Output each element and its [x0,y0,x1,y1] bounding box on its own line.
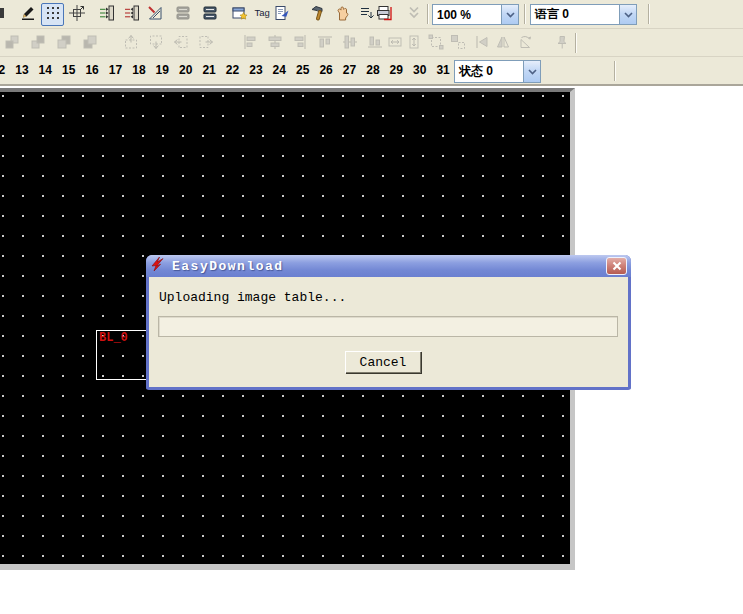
export-library-button[interactable] [120,3,143,26]
zoom-value: 100 % [433,8,501,22]
simulate-button[interactable] [331,3,354,26]
nudge-right-button [194,32,217,55]
window-new-icon [232,5,248,25]
toolbar-separator [427,4,429,24]
layer-up-button [52,32,75,55]
state-number-13[interactable]: 13 [10,63,33,77]
state-number-29[interactable]: 29 [385,63,408,77]
state-value: 状态 0 [455,63,523,80]
hammer-icon [310,5,326,25]
state-number-20[interactable]: 20 [174,63,197,77]
dialog-body: Uploading image table... Cancel [149,277,628,387]
layer-up-icon [56,34,72,54]
state-number-23[interactable]: 23 [244,63,267,77]
compile-button[interactable] [306,3,329,26]
flip-horizontal-button [491,32,514,55]
nudge-right-icon [198,34,214,54]
toolbar-separator [575,33,577,53]
progress-bar [158,316,618,337]
align-right-icon [292,34,308,54]
state-number-21[interactable]: 21 [198,63,221,77]
binoculars-icon [0,5,6,25]
layer-down-icon [82,34,98,54]
toolbar-separator [524,4,526,24]
panel-import-icon [99,5,115,25]
chevron-down-icon[interactable] [619,5,636,24]
canvas-object-bl0[interactable]: BL_0 [96,330,153,380]
nudge-left-icon [173,34,189,54]
tag-icon: Tag [254,5,270,25]
layer-bottommost-icon [30,34,46,54]
align-vcenter-icon [267,34,283,54]
nudge-left-button [169,32,192,55]
hand-icon [335,5,351,25]
same-height-button [402,32,425,55]
dialog-titlebar[interactable]: EasyDownload [146,255,631,277]
double-down-icon [406,5,422,25]
state-number-25[interactable]: 25 [291,63,314,77]
new-window-button[interactable] [228,3,251,26]
align-vcenter-button [263,32,286,55]
align-top-icon [317,34,333,54]
state-number-15[interactable]: 15 [57,63,80,77]
layer-topmost-icon [4,34,20,54]
expand-toolbar-button [402,3,425,26]
language-value: 语言 0 [531,6,619,23]
chevron-down-icon[interactable] [501,5,518,24]
align-right-button [288,32,311,55]
state-number-26[interactable]: 26 [315,63,338,77]
edit-properties-button[interactable] [270,3,293,26]
state-number-14[interactable]: 14 [34,63,57,77]
state-number-18[interactable]: 18 [127,63,150,77]
toolbar-separator [614,61,616,81]
fix-position-icon [554,34,570,54]
printer-download-icon [376,5,392,25]
same-width-icon [387,34,403,54]
nudge-up-icon [123,34,139,54]
design-aid-button[interactable] [143,3,166,26]
object-list-alt-button [171,3,194,26]
state-number-19[interactable]: 19 [151,63,174,77]
state-number-16[interactable]: 16 [81,63,104,77]
close-icon[interactable] [606,257,627,275]
state-select[interactable]: 状态 0 [454,60,541,83]
group-button [424,32,447,55]
layer-down-button [78,32,101,55]
download-button[interactable] [372,3,395,26]
align-hcenter-button [338,32,361,55]
chevron-down-icon[interactable] [523,61,540,82]
object-list-button[interactable] [198,3,221,26]
state-number-24[interactable]: 24 [268,63,291,77]
snap-icon [69,5,85,25]
snap-toggle-button[interactable] [65,3,88,26]
dialog-title: EasyDownload [172,259,284,274]
ungroup-icon [450,34,466,54]
state-number-27[interactable]: 27 [338,63,361,77]
toolbar-separator [648,4,650,24]
state-number-22[interactable]: 22 [221,63,244,77]
zoom-select[interactable]: 100 % [432,4,519,25]
stack-icon [202,5,218,25]
group-icon [428,34,444,54]
fix-position-button [550,32,573,55]
state-number-17[interactable]: 17 [104,63,127,77]
state-number-28[interactable]: 28 [361,63,384,77]
pen-edit-button[interactable] [16,3,39,26]
flip-left-button [470,32,493,55]
import-library-button[interactable] [95,3,118,26]
language-select[interactable]: 语言 0 [530,4,637,25]
grid-toggle-button[interactable] [41,3,64,26]
nudge-down-icon [148,34,164,54]
state-number-31[interactable]: 31 [432,63,455,77]
layer-topmost-button [0,32,23,55]
grid-icon [45,5,61,25]
dialog-message: Uploading image table... [159,290,346,305]
properties-icon [274,5,290,25]
state-number-30[interactable]: 30 [408,63,431,77]
cancel-button[interactable]: Cancel [345,351,421,373]
easydownload-dialog: EasyDownload Uploading image table... Ca… [146,255,631,390]
state-number-12[interactable]: 12 [0,63,10,77]
app-window: 100 % 语言 0 Tag 状态 0 12131415161718192021… [0,0,743,614]
align-left-icon [242,34,258,54]
find-button[interactable] [0,3,9,26]
